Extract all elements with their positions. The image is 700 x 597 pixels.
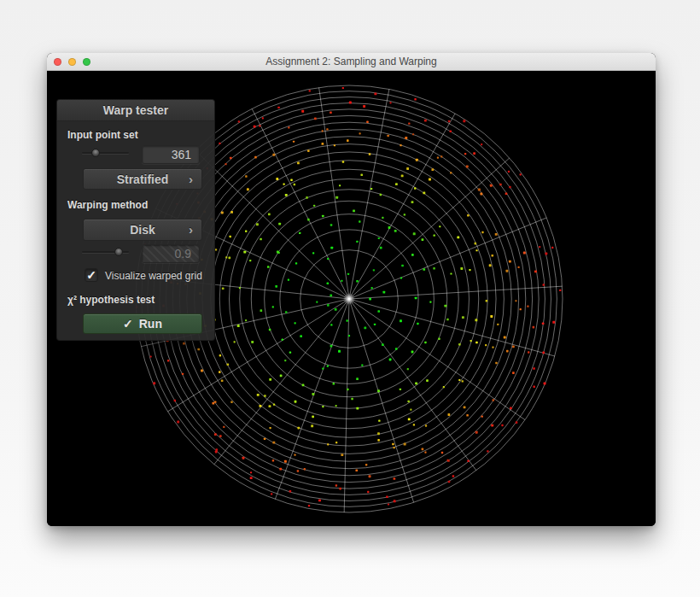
panel-title[interactable]: Warp tester: [57, 100, 214, 121]
window-title: Assignment 2: Sampling and Warping: [265, 56, 436, 67]
close-button-icon[interactable]: [54, 58, 61, 66]
slider-knob[interactable]: [114, 248, 123, 256]
point-count-field[interactable]: 361: [142, 145, 200, 164]
point-type-dropdown[interactable]: Stratified ›: [83, 168, 202, 190]
check-icon: ✓: [86, 268, 96, 282]
point-type-value: Stratified: [117, 173, 169, 186]
app-window: Assignment 2: Sampling and Warping Warp …: [47, 53, 656, 526]
warping-method-label: Warping method: [67, 199, 148, 211]
input-point-set-label: Input point set: [67, 129, 138, 141]
warp-parameter-field: 0.9: [142, 244, 200, 263]
visualize-grid-label: Visualize warped grid: [105, 270, 202, 282]
chevron-right-icon: ›: [189, 222, 193, 237]
slider-track: [82, 152, 129, 154]
warping-method-dropdown[interactable]: Disk ›: [83, 219, 202, 241]
run-button-label: Run: [139, 317, 162, 331]
warp-tester-panel: Warp tester Input point set 361 Stratifi…: [56, 99, 215, 341]
slider-knob[interactable]: [91, 149, 100, 157]
minimize-button-icon[interactable]: [68, 58, 76, 66]
check-icon: ✓: [123, 317, 133, 331]
warp-parameter-slider[interactable]: [82, 247, 129, 257]
point-count-slider[interactable]: [82, 148, 129, 158]
visualize-grid-checkbox[interactable]: ✓: [85, 268, 98, 282]
zoom-button-icon[interactable]: [83, 58, 90, 66]
chi2-test-label: χ² hypothesis test: [67, 294, 155, 306]
run-test-button[interactable]: ✓ Run: [83, 313, 202, 334]
render-area: Warp tester Input point set 361 Stratifi…: [47, 71, 656, 526]
chevron-right-icon: ›: [189, 171, 193, 185]
traffic-lights: [54, 53, 90, 70]
titlebar[interactable]: Assignment 2: Sampling and Warping: [47, 53, 656, 71]
warping-method-value: Disk: [130, 223, 155, 237]
